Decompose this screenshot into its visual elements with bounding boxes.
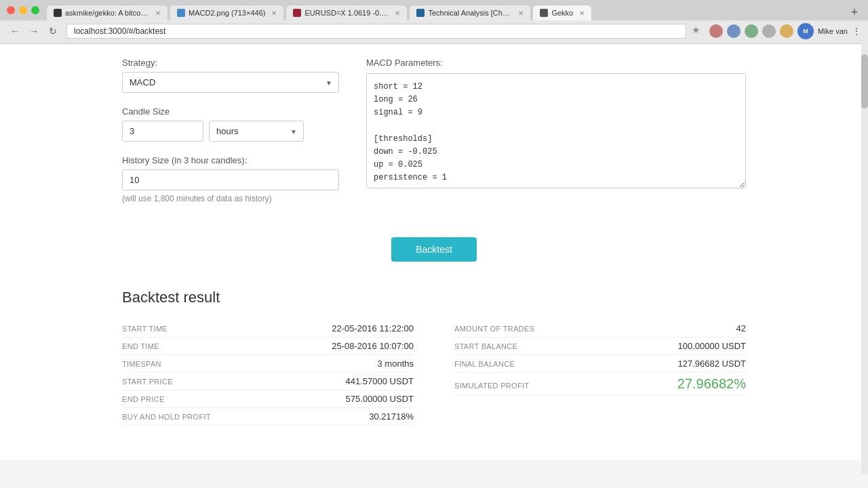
scrollbar[interactable] [861, 41, 868, 460]
results-grid: START TIME 22-05-2016 11:22:00 END TIME … [122, 320, 746, 426]
tab-eurusd[interactable]: EURUSD=X 1.0619 -0.0014 ✕ [285, 5, 408, 20]
bookmark-icon[interactable]: ★ [692, 24, 705, 38]
extension-icon-5[interactable] [780, 24, 793, 38]
tab-close-icon[interactable]: ✕ [155, 9, 161, 17]
tab-label: Technical Analysis [ChartSc... [428, 9, 512, 17]
result-key: END PRICE [122, 395, 165, 403]
tab-gekko[interactable]: Gekko ✕ [532, 5, 592, 20]
extension-icon-4[interactable] [762, 24, 776, 38]
backtest-button[interactable]: Backtest [391, 237, 477, 262]
results-section: Backtest result START TIME 22-05-2016 11… [122, 282, 746, 446]
page-content: Strategy: MACD ▼ Candle Size [0, 44, 868, 460]
tab-label: askmike/gekko: A bitcoin trad... [65, 9, 149, 17]
result-key: BUY AND HOLD PROFIT [122, 413, 211, 421]
extension-icon-2[interactable] [727, 24, 741, 38]
result-key: FINAL BALANCE [454, 360, 515, 368]
strategy-select[interactable]: MACD [122, 72, 339, 93]
history-hint: (will use 1,800 minutes of data as histo… [122, 194, 339, 203]
result-value: 3 months [378, 359, 414, 369]
left-panel: Strategy: MACD ▼ Candle Size [122, 58, 339, 217]
result-row: END PRICE 575.00000 USDT [122, 390, 414, 408]
result-key: TIMESPAN [122, 360, 161, 368]
minimize-button[interactable] [19, 6, 27, 14]
back-button[interactable]: ← [7, 23, 23, 39]
user-name: Mike van [818, 27, 848, 35]
browser-chrome: askmike/gekko: A bitcoin trad... ✕ MACD2… [0, 0, 868, 44]
result-value: 100.00000 USDT [678, 341, 746, 351]
result-key: SIMULATED PROFIT [454, 382, 529, 390]
form-section: Strategy: MACD ▼ Candle Size [122, 58, 746, 217]
user-avatar[interactable]: M [797, 23, 814, 39]
result-value: 25-08-2016 10:07:00 [332, 341, 414, 351]
tab-bar: askmike/gekko: A bitcoin trad... ✕ MACD2… [46, 0, 868, 20]
result-row: START TIME 22-05-2016 11:22:00 [122, 320, 414, 338]
result-value: 575.00000 USDT [346, 394, 414, 404]
tab-favicon [293, 9, 301, 17]
tab-github[interactable]: askmike/gekko: A bitcoin trad... ✕ [46, 5, 168, 20]
results-right-col: AMOUNT OF TRADES 42 START BALANCE 100.00… [454, 320, 746, 426]
macd-params-textarea[interactable]: short = 12 long = 26 signal = 9 [thresho… [366, 73, 746, 188]
tab-favicon [177, 9, 185, 17]
profit-value: 27.96682% [677, 376, 746, 392]
forward-button[interactable]: → [26, 23, 42, 39]
result-row: END TIME 25-08-2016 10:07:00 [122, 338, 414, 355]
close-button[interactable] [7, 6, 15, 14]
result-row: START PRICE 441.57000 USDT [122, 373, 414, 390]
toolbar-icons: ★ M Mike van ⋮ [692, 23, 861, 39]
extension-icon-1[interactable] [709, 24, 723, 38]
result-row: BUY AND HOLD PROFIT 30.21718% [122, 408, 414, 426]
extension-icon-3[interactable] [745, 24, 758, 38]
result-key: START TIME [122, 325, 167, 333]
maximize-button[interactable] [31, 6, 39, 14]
history-size-label: History Size (in 3 hour candles): [122, 155, 339, 165]
button-row: Backtest [122, 237, 746, 262]
nav-buttons: ← → ↻ [7, 23, 61, 39]
result-value: 441.57000 USDT [346, 376, 414, 386]
reload-button[interactable]: ↻ [45, 23, 61, 39]
result-value: 42 [736, 323, 746, 333]
result-key: START BALANCE [454, 342, 517, 350]
result-row: AMOUNT OF TRADES 42 [454, 320, 746, 338]
strategy-label: Strategy: [122, 58, 339, 68]
menu-icon[interactable]: ⋮ [852, 26, 861, 37]
candle-unit-wrapper: hours minutes days ▼ [209, 121, 304, 142]
tab-close-icon[interactable]: ✕ [271, 9, 277, 17]
strategy-select-wrapper: MACD ▼ [122, 72, 339, 93]
result-key: END TIME [122, 342, 159, 350]
tab-favicon [540, 9, 548, 17]
candle-size-label: Candle Size [122, 106, 339, 117]
scrollbar-thumb[interactable] [861, 54, 868, 108]
candle-unit-select[interactable]: hours minutes days [209, 121, 304, 142]
result-value: 22-05-2016 11:22:00 [332, 323, 414, 333]
tab-close-icon[interactable]: ✕ [518, 9, 524, 17]
tab-close-icon[interactable]: ✕ [395, 9, 400, 17]
result-value: 127.96682 USDT [678, 359, 746, 369]
results-title: Backtest result [122, 289, 746, 306]
traffic-lights [0, 0, 46, 20]
tab-label: MACD2.png (713×446) [189, 9, 265, 17]
history-size-input[interactable] [122, 169, 339, 190]
strategy-group: Strategy: MACD ▼ [122, 58, 339, 93]
result-row: TIMESPAN 3 months [122, 355, 414, 373]
history-size-group: History Size (in 3 hour candles): (will … [122, 155, 339, 203]
candle-size-row: hours minutes days ▼ [122, 121, 339, 142]
new-tab-button[interactable]: + [846, 4, 863, 20]
tab-close-icon[interactable]: ✕ [579, 9, 585, 17]
tab-label: EURUSD=X 1.0619 -0.0014 [304, 9, 389, 17]
result-row: FINAL BALANCE 127.96682 USDT [454, 355, 746, 373]
address-bar-row: ← → ↻ localhost:3000/#/backtest ★ M Mike… [0, 20, 868, 43]
result-value: 30.21718% [369, 411, 414, 422]
macd-params-label: MACD Parameters: [366, 58, 746, 68]
candle-size-group: Candle Size hours minutes days ▼ [122, 106, 339, 142]
tab-label: Gekko [551, 9, 573, 17]
right-panel: MACD Parameters: short = 12 long = 26 si… [366, 58, 746, 217]
address-bar[interactable]: localhost:3000/#/backtest [66, 24, 686, 39]
tab-macd[interactable]: MACD2.png (713×446) ✕ [170, 5, 284, 20]
simulated-profit-row: SIMULATED PROFIT 27.96682% [454, 373, 746, 396]
tab-favicon [54, 9, 62, 17]
tab-technical-analysis[interactable]: Technical Analysis [ChartSc... ✕ [409, 5, 531, 20]
result-key: AMOUNT OF TRADES [454, 325, 534, 333]
main-container: Strategy: MACD ▼ Candle Size [108, 58, 760, 446]
candle-number-input[interactable] [122, 121, 203, 142]
result-key: START PRICE [122, 378, 173, 386]
